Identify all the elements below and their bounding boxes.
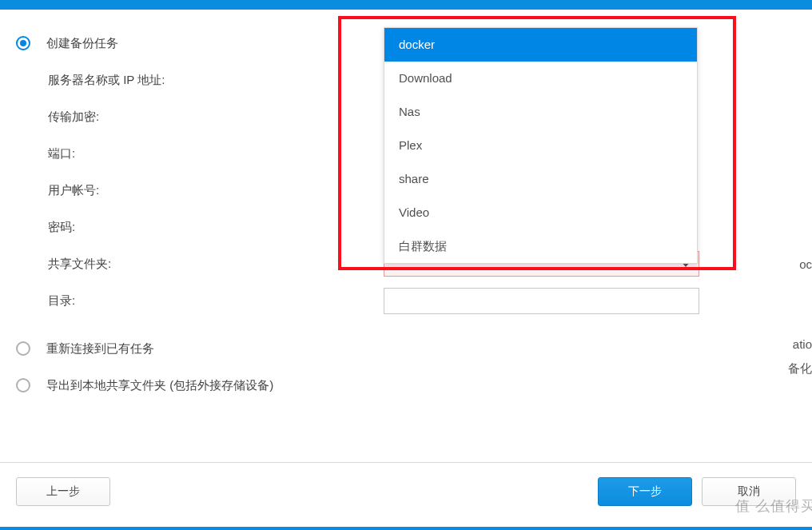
dropdown-item-download[interactable]: Download xyxy=(384,62,697,95)
radio-relink-existing-task[interactable]: 重新连接到已有任务 xyxy=(16,339,796,358)
bg-text-3: 备化 xyxy=(788,361,812,377)
shared-folder-label: 共享文件夹: xyxy=(48,257,384,272)
dialog-footer: 上一步 下一步 取消 xyxy=(0,462,812,520)
directory-label: 目录: xyxy=(48,293,384,309)
radio-label: 重新连接到已有任务 xyxy=(46,341,154,357)
next-button[interactable]: 下一步 xyxy=(598,477,692,506)
shared-folder-dropdown: docker Download Nas Plex share Video 白群数… xyxy=(384,27,698,264)
window-titlebar xyxy=(0,0,812,10)
watermark-text: 值 么值得买 xyxy=(735,496,812,516)
radio-unselected-icon xyxy=(16,378,30,393)
bottom-accent-line xyxy=(0,527,812,530)
bg-text-1: oc xyxy=(799,257,812,271)
dropdown-item-docker[interactable]: docker xyxy=(384,28,697,62)
radio-label: 导出到本地共享文件夹 (包括外接存储设备) xyxy=(46,378,273,393)
radio-unselected-icon xyxy=(16,341,30,356)
directory-input[interactable] xyxy=(384,288,699,314)
radio-label: 创建备份任务 xyxy=(46,36,118,51)
radio-selected-icon xyxy=(16,36,30,50)
dialog-body: oc atio 备化 创建备份任务 服务器名称或 IP 地址: 传输加密: 端口… xyxy=(0,10,812,462)
port-label: 端口: xyxy=(48,146,384,161)
dropdown-item-share[interactable]: share xyxy=(384,162,697,196)
server-address-label: 服务器名称或 IP 地址: xyxy=(48,73,384,88)
dropdown-item-plex[interactable]: Plex xyxy=(384,129,697,162)
password-label: 密码: xyxy=(48,220,384,235)
dropdown-item-video[interactable]: Video xyxy=(384,196,697,229)
row-directory: 目录: xyxy=(16,291,796,310)
dropdown-item-nas[interactable]: Nas xyxy=(384,95,697,129)
encryption-label: 传输加密: xyxy=(48,110,384,125)
dropdown-item-baiqun[interactable]: 白群数据 xyxy=(384,229,697,263)
radio-export-local-folder[interactable]: 导出到本地共享文件夹 (包括外接存储设备) xyxy=(16,376,796,395)
username-label: 用户帐号: xyxy=(48,183,384,198)
bg-text-2: atio xyxy=(793,337,812,351)
prev-button[interactable]: 上一步 xyxy=(16,477,110,506)
